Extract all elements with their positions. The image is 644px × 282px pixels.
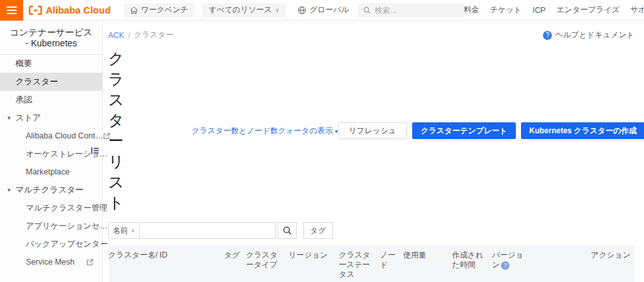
sidebar-group-multicluster[interactable]: ▼ マルチクラスター (0, 181, 102, 199)
breadcrumb-current: クラスター (134, 30, 173, 41)
breadcrumb-separator: / (128, 31, 130, 40)
refresh-button[interactable]: リフレッシュ (338, 122, 408, 139)
topbar-right-nav: 料金 チケット ICP エンタープライズ サポート (464, 5, 644, 15)
globe-icon (298, 6, 307, 15)
sidebar-item-multicluster-management[interactable]: マルチクラスター管理 (0, 199, 102, 217)
breadcrumb: ACK / クラスター ? ヘルプとドキュメント (108, 30, 634, 41)
col-cluster-status[interactable]: クラスターステータス ▾ (339, 250, 380, 282)
col-created-time: 作成された時間 (452, 250, 492, 282)
topbar-search[interactable] (358, 3, 464, 17)
col-cluster-type: クラスタータイプ (246, 250, 289, 282)
filter-search-input[interactable] (139, 222, 276, 239)
header-buttons: リフレッシュ クラスターテンプレート Kubernetes クラスターの作成 (338, 122, 644, 139)
collapse-icon (91, 147, 99, 155)
topbar-link-enterprise[interactable]: エンタープライズ (556, 5, 620, 15)
hamburger-icon (6, 6, 17, 8)
sidebar-item-marketplace[interactable]: Marketplace (0, 163, 102, 181)
alibaba-cloud-logo[interactable]: Alibaba Cloud (28, 5, 111, 15)
sidebar-item-backup-center[interactable]: バックアップセンター (0, 235, 102, 253)
sidebar-item-overview[interactable]: 概要 (0, 55, 102, 73)
chevron-down-icon: ∨ (275, 7, 279, 14)
create-cluster-button[interactable]: Kubernetes クラスターの作成 (521, 122, 644, 139)
table-header: クラスター名/ ID タグ クラスタータイプ リージョン クラスターステータス … (108, 245, 634, 282)
topbar-link-tickets[interactable]: チケット (490, 5, 522, 15)
sidebar-item-clusters[interactable]: クラスター (0, 73, 102, 91)
all-resources-dropdown[interactable]: すべてのリソース ∨ (202, 3, 286, 17)
external-link-icon (86, 259, 93, 266)
main-content: ACK / クラスター ? ヘルプとドキュメント クラスターリスト クラスター数… (103, 21, 644, 282)
col-nodes: ノード (380, 250, 403, 282)
col-usage: 使用量 (403, 250, 452, 282)
topbar-link-support[interactable]: サポート (630, 5, 644, 15)
col-cluster-name: クラスター名/ ID (108, 250, 224, 282)
page-title: クラスターリスト (108, 48, 125, 213)
sidebar-item-service-mesh[interactable]: Service Mesh (0, 253, 102, 271)
topbar: Alibaba Cloud ワークベンチ すべてのリソース ∨ グローバル 料金… (0, 0, 644, 21)
menu-button[interactable] (0, 0, 23, 21)
sidebar-item-authorizations[interactable]: 承認 (0, 91, 102, 109)
topbar-search-input[interactable] (375, 6, 459, 15)
home-icon (130, 6, 138, 14)
breadcrumb-ack-link[interactable]: ACK (108, 31, 124, 40)
sidebar-item-orchestration[interactable]: オーケストレーショ… (0, 145, 102, 163)
tag-filter-button[interactable]: タグ (303, 222, 334, 239)
sidebar: コンテナーサービス - Kubernetes 概要 クラスター 承認 ▼ ストア… (0, 21, 103, 282)
sidebar-item-container-registry[interactable]: Alibaba Cloud Cont… (0, 127, 102, 145)
chevron-down-icon: ∨ (131, 227, 135, 234)
version-help-icon[interactable]: ? (501, 261, 509, 270)
col-tag: タグ (224, 250, 246, 282)
topbar-link-billing[interactable]: 料金 (464, 5, 479, 15)
col-version: バージョン? (492, 250, 531, 282)
question-icon: ? (543, 31, 552, 40)
region-selector[interactable]: グローバル (298, 5, 349, 15)
filter-row: 名前 ∨ タグ (108, 222, 634, 239)
col-region: リージョン (289, 250, 339, 282)
search-icon (363, 6, 371, 14)
cluster-template-button[interactable]: クラスターテンプレート (412, 122, 516, 139)
sidebar-title: コンテナーサービス - Kubernetes (0, 21, 102, 55)
external-link-icon (103, 133, 110, 140)
caret-down-icon: ▼ (6, 115, 12, 121)
alibaba-cloud-logo-icon (28, 5, 43, 15)
help-docs-link[interactable]: ? ヘルプとドキュメント (543, 30, 634, 41)
title-row: クラスターリスト クラスター数とノード数クォータの表示 ▾ リフレッシュ クラス… (108, 48, 634, 213)
quota-display-link[interactable]: クラスター数とノード数クォータの表示 ▾ (192, 126, 338, 136)
sidebar-collapse-toggle[interactable] (91, 147, 99, 155)
col-actions: アクション (531, 250, 634, 282)
sidebar-group-store[interactable]: ▼ ストア (0, 109, 102, 127)
topbar-link-icp[interactable]: ICP (533, 6, 545, 15)
sidebar-item-application-center[interactable]: アプリケーションセ… (0, 217, 102, 235)
logo-text: Alibaba Cloud (46, 5, 111, 15)
search-icon (283, 226, 292, 235)
caret-down-icon: ▼ (6, 187, 12, 193)
filter-field-select[interactable]: 名前 ∨ (108, 222, 139, 239)
workbench-button[interactable]: ワークベンチ (124, 3, 194, 17)
search-button[interactable] (278, 222, 297, 239)
sidebar-nav: 概要 クラスター 承認 ▼ ストア Alibaba Cloud Cont… オー… (0, 55, 102, 271)
